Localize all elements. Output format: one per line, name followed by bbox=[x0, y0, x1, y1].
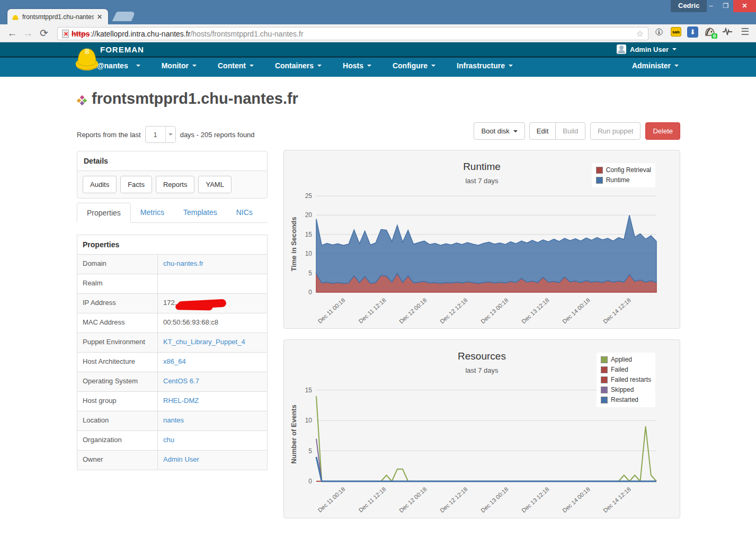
menu-hosts[interactable]: Hosts bbox=[343, 61, 371, 70]
browser-toolbar: ← → ⟳ https ://katelloprd.intra.chu-nant… bbox=[0, 24, 756, 42]
svg-text:Dec 11 00:18: Dec 11 00:18 bbox=[316, 486, 346, 514]
chevron-down-icon bbox=[509, 65, 513, 67]
host-icon bbox=[77, 95, 87, 107]
legend-item: Restarted bbox=[601, 395, 651, 405]
reports-button[interactable]: Reports bbox=[156, 176, 195, 193]
series-skipped bbox=[316, 439, 656, 481]
svg-text:Dec 11 12:18: Dec 11 12:18 bbox=[358, 486, 387, 514]
series-applied bbox=[316, 396, 656, 481]
property-value-link[interactable]: x86_64 bbox=[163, 357, 186, 365]
tab-title: frontsmtpprd1.chu-nantes bbox=[22, 13, 94, 21]
property-value-text: 172. bbox=[163, 299, 176, 307]
forward-icon[interactable]: → bbox=[20, 28, 36, 39]
property-value-link[interactable]: chu-nantes.fr bbox=[163, 259, 203, 267]
page-title: frontsmtpprd1.chu-nantes.fr bbox=[92, 90, 298, 107]
reports-suffix: days - 205 reports found bbox=[180, 131, 255, 139]
delete-button[interactable]: Delete bbox=[645, 122, 680, 140]
svg-text:10: 10 bbox=[305, 417, 313, 424]
boot-disk-button[interactable]: Boot disk bbox=[474, 122, 524, 140]
menu-administer-label: Administer bbox=[632, 61, 671, 70]
property-value: x86_64 bbox=[158, 353, 191, 372]
bookmark-star-icon[interactable]: ☆ bbox=[636, 29, 644, 39]
property-label: Owner bbox=[77, 451, 158, 470]
svg-text:Dec 12 00:18: Dec 12 00:18 bbox=[398, 486, 428, 514]
audits-button[interactable]: Audits bbox=[83, 176, 117, 193]
privacy-badger-extension-icon[interactable]: 0 bbox=[704, 26, 716, 38]
foreman-logo[interactable] bbox=[75, 43, 99, 75]
badger-badge: 0 bbox=[711, 33, 717, 39]
svg-text:Dec 12 12:18: Dec 12 12:18 bbox=[439, 297, 469, 325]
waveform-extension-icon[interactable] bbox=[722, 26, 733, 38]
legend-swatch bbox=[596, 177, 603, 184]
facts-button[interactable]: Facts bbox=[120, 176, 152, 193]
menu-monitor[interactable]: Monitor bbox=[162, 61, 197, 70]
property-value-link[interactable]: nantes bbox=[163, 416, 184, 424]
ssl-error-icon[interactable] bbox=[62, 30, 69, 38]
url-path: /hosts/frontsmtpprd1.chu-nantes.fr bbox=[190, 30, 303, 38]
build-button[interactable]: Build bbox=[555, 122, 585, 140]
window-close-button[interactable]: ✕ bbox=[733, 0, 756, 12]
tab-metrics[interactable]: Metrics bbox=[131, 203, 174, 222]
property-value-text: 00:50:56:93:68:c8 bbox=[163, 318, 218, 326]
url-scheme: https bbox=[72, 30, 90, 38]
reports-prefix: Reports from the last bbox=[77, 131, 141, 139]
legend-swatch bbox=[601, 356, 608, 363]
run-puppet-button[interactable]: Run puppet bbox=[590, 122, 641, 140]
download-extension-icon[interactable]: ⬇ bbox=[687, 26, 698, 38]
property-label: Host group bbox=[77, 392, 158, 411]
browser-profile-name[interactable]: Cedric bbox=[671, 0, 707, 12]
select-caret bbox=[165, 127, 175, 142]
yaml-button[interactable]: YAML bbox=[198, 176, 231, 193]
sabnzbd-extension-icon[interactable]: sab bbox=[671, 27, 681, 37]
reports-days-value: 1 bbox=[146, 127, 165, 142]
edit-button[interactable]: Edit bbox=[529, 122, 556, 140]
tab-templates[interactable]: Templates bbox=[174, 203, 227, 222]
menu-label: Infrastructure bbox=[457, 61, 505, 70]
menu-label: Configure bbox=[393, 61, 428, 70]
property-value-link[interactable]: Admin User bbox=[163, 455, 199, 463]
tab-nics[interactable]: NICs bbox=[227, 203, 262, 222]
reload-icon[interactable]: ⟳ bbox=[36, 27, 52, 39]
svg-text:Dec 14 12:18: Dec 14 12:18 bbox=[602, 486, 632, 514]
menu-label: Content bbox=[218, 61, 246, 70]
table-row: Operating SystemCentOS 6.7 bbox=[77, 372, 267, 391]
menu-content[interactable]: Content bbox=[218, 61, 254, 70]
user-menu[interactable]: Admin User bbox=[617, 44, 677, 54]
tab-close-icon[interactable]: ✕ bbox=[97, 13, 102, 21]
table-row: Host groupRHEL-DMZ bbox=[77, 391, 267, 411]
details-heading: Details bbox=[77, 151, 267, 171]
property-value: KT_chu_Library_Puppet_4 bbox=[158, 333, 251, 352]
legend-swatch bbox=[601, 376, 608, 383]
info-extension-icon[interactable]: 🛈 bbox=[653, 26, 665, 38]
menu-label: Hosts bbox=[343, 61, 363, 70]
chevron-down-icon bbox=[367, 65, 371, 67]
reports-days-select[interactable]: 1 bbox=[145, 126, 176, 143]
property-value-link[interactable]: KT_chu_Library_Puppet_4 bbox=[163, 338, 245, 346]
menu-containers[interactable]: Containers bbox=[275, 61, 322, 70]
property-value: RHEL-DMZ bbox=[158, 392, 204, 411]
menu-configure[interactable]: Configure bbox=[393, 61, 435, 70]
property-value-link[interactable]: RHEL-DMZ bbox=[163, 397, 199, 405]
browser-tab[interactable]: frontsmtpprd1.chu-nantes ✕ bbox=[7, 9, 108, 24]
table-row: Locationnantes bbox=[77, 411, 267, 430]
chrome-menu-icon[interactable]: ☰ bbox=[739, 26, 751, 38]
property-value-link[interactable]: CentOS 6.7 bbox=[163, 377, 199, 385]
series-runtime bbox=[316, 215, 656, 283]
property-value-link[interactable]: chu bbox=[163, 436, 174, 444]
window-minimize-button[interactable]: – bbox=[704, 0, 718, 12]
svg-text:5: 5 bbox=[308, 270, 312, 277]
svg-text:Dec 14 00:18: Dec 14 00:18 bbox=[561, 486, 591, 514]
ip-redaction bbox=[177, 299, 227, 310]
menu-infrastructure[interactable]: Infrastructure bbox=[457, 61, 513, 70]
properties-table: Properties Domainchu-nantes.frRealmIP Ad… bbox=[77, 235, 268, 470]
back-icon[interactable]: ← bbox=[4, 28, 20, 39]
tab-properties[interactable]: Properties bbox=[77, 203, 131, 223]
legend-label: Runtime bbox=[606, 175, 630, 185]
chevron-down-icon bbox=[250, 65, 254, 67]
menu-administer[interactable]: Administer bbox=[632, 61, 679, 70]
address-bar[interactable]: https ://katelloprd.intra.chu-nantes.fr … bbox=[57, 27, 648, 40]
chevron-down-icon bbox=[513, 130, 518, 132]
property-value bbox=[158, 274, 168, 293]
resources-chart-panel: 051015Dec 11 00:18Dec 11 12:18Dec 12 00:… bbox=[283, 339, 680, 518]
window-maximize-button[interactable]: ❐ bbox=[718, 0, 733, 12]
